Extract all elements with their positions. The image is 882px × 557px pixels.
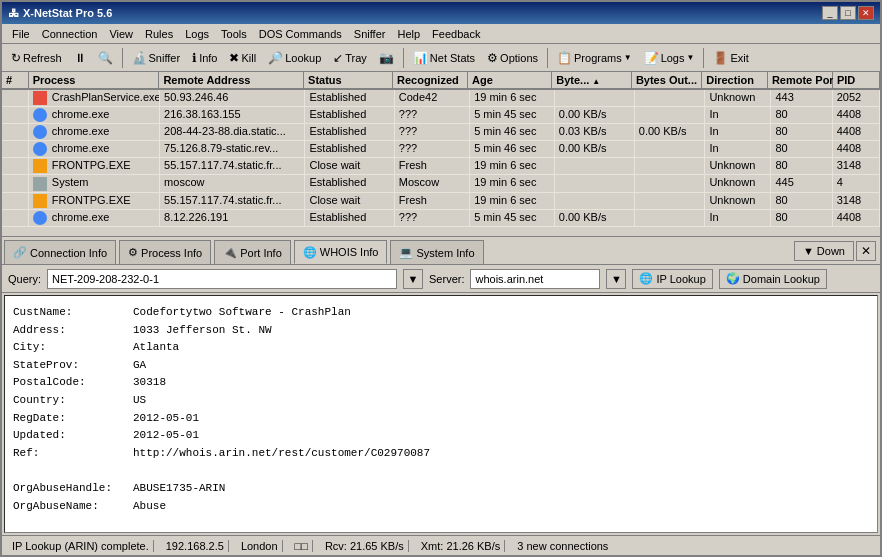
exit-button[interactable]: 🚪 Exit bbox=[708, 47, 753, 69]
system-icon: 💻 bbox=[399, 246, 413, 259]
col-header-direction[interactable]: Direction bbox=[702, 72, 768, 88]
col-header-bytein[interactable]: Byte... ▲ bbox=[552, 72, 632, 88]
whois-info-tab[interactable]: 🌐 WHOIS Info bbox=[294, 240, 388, 264]
camera-button[interactable]: 📷 bbox=[374, 47, 399, 69]
table-row[interactable]: chrome.exe 208-44-23-88.dia.static... Es… bbox=[2, 124, 880, 141]
table-row[interactable]: FRONTPG.EXE 55.157.117.74.static.fr... C… bbox=[2, 158, 880, 175]
menu-feedback[interactable]: Feedback bbox=[426, 26, 486, 42]
info-val: 1033 Jefferson St. NW bbox=[133, 322, 272, 340]
kill-button[interactable]: ✖ Kill bbox=[224, 47, 261, 69]
info-key: Country: bbox=[13, 392, 133, 410]
td-byteout bbox=[635, 193, 706, 209]
maximize-button[interactable]: □ bbox=[840, 6, 856, 20]
menu-logs[interactable]: Logs bbox=[179, 26, 215, 42]
netstats-button[interactable]: 📊 Net Stats bbox=[408, 47, 480, 69]
table-row[interactable]: chrome.exe 216.38.163.155 Established ??… bbox=[2, 107, 880, 124]
table-scroll[interactable]: CrashPlanService.exe 50.93.246.46 Establ… bbox=[2, 90, 880, 232]
td-port: 80 bbox=[771, 107, 832, 123]
menu-dos[interactable]: DOS Commands bbox=[253, 26, 348, 42]
system-info-tab[interactable]: 💻 System Info bbox=[390, 240, 483, 264]
port-info-tab[interactable]: 🔌 Port Info bbox=[214, 240, 291, 264]
info-line: City: Atlanta bbox=[13, 339, 869, 357]
td-recognized: Code42 bbox=[395, 90, 470, 106]
td-port: 80 bbox=[771, 158, 832, 174]
col-header-num[interactable]: # bbox=[2, 72, 29, 88]
td-remote: 208-44-23-88.dia.static... bbox=[160, 124, 305, 140]
td-direction: Unknown bbox=[705, 175, 771, 191]
refresh-label: Refresh bbox=[23, 52, 62, 64]
table-row[interactable]: chrome.exe 75.126.8.79-static.rev... Est… bbox=[2, 141, 880, 158]
info-key: PostalCode: bbox=[13, 374, 133, 392]
status-ip: 192.168.2.5 bbox=[162, 540, 229, 552]
table-row[interactable]: CrashPlanService.exe 50.93.246.46 Establ… bbox=[2, 90, 880, 107]
table-row[interactable]: FRONTPG.EXE 55.157.117.74.static.fr... C… bbox=[2, 193, 880, 210]
programs-button[interactable]: 📋 Programs ▼ bbox=[552, 47, 637, 69]
td-pid: 4408 bbox=[833, 141, 880, 157]
td-recognized: Fresh bbox=[395, 158, 470, 174]
ip-lookup-label: IP Lookup bbox=[656, 273, 705, 285]
tabs-right: ▼ Down ✕ bbox=[794, 241, 876, 261]
connection-info-tab[interactable]: 🔗 Connection Info bbox=[4, 240, 116, 264]
table-row[interactable]: chrome.exe 8.12.226.191 Established ??? … bbox=[2, 210, 880, 227]
lookup-icon: 🔎 bbox=[268, 51, 283, 65]
td-direction: In bbox=[705, 124, 771, 140]
menu-file[interactable]: File bbox=[6, 26, 36, 42]
info-key: OrgAbuseHandle: bbox=[13, 480, 133, 498]
td-pid: 4 bbox=[833, 175, 880, 191]
sniffer-button[interactable]: 🔬 Sniffer bbox=[127, 47, 186, 69]
programs-label: Programs bbox=[574, 52, 622, 64]
find-button[interactable]: 🔍 bbox=[93, 47, 118, 69]
table-row[interactable]: System moscow Established Moscow 19 min … bbox=[2, 175, 880, 192]
query-label: Query: bbox=[8, 273, 41, 285]
domain-lookup-button[interactable]: 🌍 Domain Lookup bbox=[719, 269, 827, 289]
port-info-label: Port Info bbox=[240, 247, 282, 259]
menu-help[interactable]: Help bbox=[391, 26, 426, 42]
camera-icon: 📷 bbox=[379, 51, 394, 65]
info-button[interactable]: ℹ Info bbox=[187, 47, 222, 69]
col-header-byteout[interactable]: Bytes Out... bbox=[632, 72, 702, 88]
query-dropdown[interactable]: ▼ bbox=[403, 269, 423, 289]
sep3 bbox=[547, 48, 548, 68]
menu-rules[interactable]: Rules bbox=[139, 26, 179, 42]
menu-sniffer[interactable]: Sniffer bbox=[348, 26, 392, 42]
kill-icon: ✖ bbox=[229, 51, 239, 65]
query-bar: Query: ▼ Server: ▼ 🌐 IP Lookup 🌍 Domain … bbox=[2, 265, 880, 293]
server-input[interactable] bbox=[470, 269, 600, 289]
lookup-button[interactable]: 🔎 Lookup bbox=[263, 47, 326, 69]
col-header-age[interactable]: Age bbox=[468, 72, 552, 88]
td-bytein: 0.03 KB/s bbox=[555, 124, 635, 140]
refresh-button[interactable]: ↻ Refresh bbox=[6, 47, 67, 69]
server-label: Server: bbox=[429, 273, 464, 285]
pause-button[interactable]: ⏸ bbox=[69, 47, 91, 69]
info-line: CustName: Codefortytwo Software - CrashP… bbox=[13, 304, 869, 322]
minimize-button[interactable]: _ bbox=[822, 6, 838, 20]
status-location: London bbox=[237, 540, 283, 552]
col-header-status[interactable]: Status bbox=[304, 72, 393, 88]
options-button[interactable]: ⚙ Options bbox=[482, 47, 543, 69]
ip-lookup-button[interactable]: 🌐 IP Lookup bbox=[632, 269, 712, 289]
menu-view[interactable]: View bbox=[103, 26, 139, 42]
menu-connection[interactable]: Connection bbox=[36, 26, 104, 42]
info-icon: ℹ bbox=[192, 51, 197, 65]
panel-close-button[interactable]: ✕ bbox=[856, 241, 876, 261]
col-header-remote[interactable]: Remote Address bbox=[159, 72, 304, 88]
down-button[interactable]: ▼ Down bbox=[794, 241, 854, 261]
col-header-port[interactable]: Remote Port bbox=[768, 72, 833, 88]
close-button[interactable]: ✕ bbox=[858, 6, 874, 20]
col-header-process[interactable]: Process bbox=[29, 72, 160, 88]
server-dropdown[interactable]: ▼ bbox=[606, 269, 626, 289]
info-line: Address: 1033 Jefferson St. NW bbox=[13, 322, 869, 340]
col-header-pid[interactable]: PID bbox=[833, 72, 880, 88]
menu-tools[interactable]: Tools bbox=[215, 26, 253, 42]
col-header-recognized[interactable]: Recognized bbox=[393, 72, 468, 88]
status-connections: 3 new connections bbox=[513, 540, 612, 552]
tray-button[interactable]: ↙ Tray bbox=[328, 47, 372, 69]
process-icon bbox=[33, 108, 47, 122]
logs-button[interactable]: 📝 Logs ▼ bbox=[639, 47, 700, 69]
td-port: 443 bbox=[771, 90, 832, 106]
td-recognized: ??? bbox=[395, 124, 470, 140]
process-info-tab[interactable]: ⚙ Process Info bbox=[119, 240, 211, 264]
query-input[interactable] bbox=[47, 269, 397, 289]
process-info-label: Process Info bbox=[141, 247, 202, 259]
td-byteout bbox=[635, 175, 706, 191]
